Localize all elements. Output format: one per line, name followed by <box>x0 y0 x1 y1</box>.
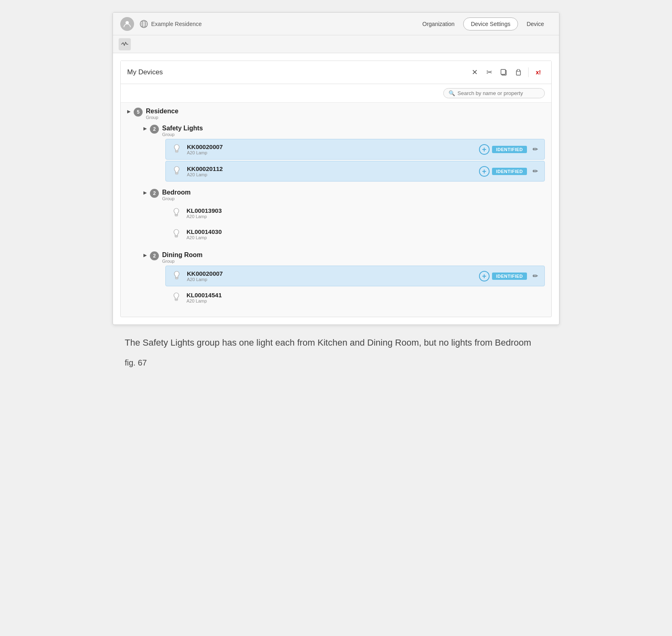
paste-button[interactable] <box>512 66 525 79</box>
device-kk00020007-dining[interactable]: KK00020007 A20 Lamp IDENTIFIED ✏ <box>165 266 545 286</box>
svg-rect-11 <box>176 151 178 152</box>
subgroup-bedroom-arrow[interactable]: ▶ <box>143 190 147 195</box>
device-type-5: A20 Lamp <box>187 277 473 282</box>
main-panel: My Devices ✕ ✂ x! <box>120 61 552 317</box>
device-id-5: KK00020007 <box>187 270 473 277</box>
subgroup-safety-lights-count: 2 <box>150 125 159 134</box>
search-bar-row: 🔍 <box>121 84 551 103</box>
device-type-2: A20 Lamp <box>187 172 473 177</box>
device-kk00020112[interactable]: KK00020112 A20 Lamp IDENTIFIED ✏ <box>165 161 545 182</box>
delete-button[interactable]: ✕ <box>468 66 481 79</box>
device-id-4: KL00014030 <box>186 228 538 235</box>
search-input-wrap[interactable]: 🔍 <box>443 88 545 98</box>
tab-organization[interactable]: Organization <box>415 17 462 30</box>
lamp-icon <box>172 144 181 155</box>
subgroup-dining-room-arrow[interactable]: ▶ <box>143 253 147 258</box>
lamp-icon-5 <box>172 270 181 282</box>
svg-rect-21 <box>175 300 178 301</box>
subgroup-dining-room-name: Dining Room <box>162 251 203 259</box>
fig-label: fig. 67 <box>125 358 547 368</box>
device-kk00020007-safety[interactable]: KK00020007 A20 Lamp IDENTIFIED ✏ <box>165 139 545 160</box>
search-icon: 🔍 <box>449 90 455 96</box>
action-divider <box>528 67 529 77</box>
device-list-area: ▶ 5 Residence Group ▶ 2 Safety Lights Gr… <box>121 103 551 317</box>
device-kl00014030-info: KL00014030 A20 Lamp <box>186 228 538 240</box>
device-kl00014030[interactable]: KL00014030 A20 Lamp <box>165 224 545 244</box>
device-type-6: A20 Lamp <box>186 299 538 303</box>
identified-badge-wrap: IDENTIFIED <box>479 144 527 155</box>
device-kl00014541[interactable]: KL00014541 A20 Lamp <box>165 288 545 307</box>
identified-badge-2: IDENTIFIED <box>492 168 527 175</box>
scissors-button[interactable]: ✂ <box>483 66 496 79</box>
subgroup-bedroom-count: 2 <box>150 189 159 198</box>
subgroup-safety-lights-name: Safety Lights <box>162 125 203 132</box>
copy-button[interactable] <box>497 66 510 79</box>
edit-icon[interactable]: ✏ <box>533 145 538 153</box>
group-residence-arrow[interactable]: ▶ <box>127 109 130 114</box>
svg-rect-7 <box>501 69 505 74</box>
subgroup-safety-lights-info: Safety Lights Group <box>162 125 203 137</box>
top-nav-tabs: Organization Device Settings Device <box>415 17 552 30</box>
identified-badge-wrap-3: IDENTIFIED <box>479 271 527 281</box>
user-icon[interactable] <box>120 17 134 31</box>
subgroup-bedroom-type: Group <box>162 196 191 201</box>
svg-rect-17 <box>175 236 178 237</box>
activity-icon[interactable] <box>119 38 131 50</box>
device-kl00014541-info: KL00014541 A20 Lamp <box>186 292 538 303</box>
device-type: A20 Lamp <box>187 150 473 155</box>
panel-actions: ✕ ✂ x! <box>468 66 545 79</box>
target-icon <box>479 144 490 155</box>
subgroup-dining-room-count: 2 <box>150 251 159 260</box>
search-input[interactable] <box>457 90 540 96</box>
force-delete-button[interactable]: x! <box>532 66 545 79</box>
device-id-3: KL00013903 <box>186 207 538 214</box>
svg-rect-19 <box>176 278 178 279</box>
identified-badge-3: IDENTIFIED <box>492 273 527 280</box>
svg-rect-9 <box>517 69 520 71</box>
lamp-icon-4 <box>172 229 181 240</box>
subgroup-safety-lights: ▶ 2 Safety Lights Group <box>121 121 551 138</box>
panel-title: My Devices <box>127 68 163 76</box>
device-kk00020112-info: KK00020112 A20 Lamp <box>187 165 473 177</box>
edit-icon-2[interactable]: ✏ <box>533 167 538 175</box>
subgroup-safety-lights-arrow[interactable]: ▶ <box>143 126 147 131</box>
caption-text: The Safety Lights group has one light ea… <box>125 336 547 349</box>
group-residence-count: 5 <box>134 108 143 117</box>
subgroup-dining-room: ▶ 2 Dining Room Group <box>121 247 551 264</box>
identified-badge-wrap-2: IDENTIFIED <box>479 166 527 177</box>
lamp-icon-2 <box>172 166 181 177</box>
group-residence-type: Group <box>146 115 178 120</box>
subgroup-bedroom: ▶ 2 Bedroom Group <box>121 185 551 202</box>
caption-area: The Safety Lights group has one light ea… <box>113 325 559 372</box>
group-residence-name: Residence <box>146 108 178 115</box>
subgroup-bedroom-name: Bedroom <box>162 189 191 196</box>
svg-rect-13 <box>176 173 178 174</box>
subgroup-safety-lights-type: Group <box>162 132 203 137</box>
sub-nav <box>113 35 559 53</box>
target-icon-3 <box>479 271 490 281</box>
target-icon-2 <box>479 166 490 177</box>
edit-icon-3[interactable]: ✏ <box>533 272 538 280</box>
device-id-6: KL00014541 <box>186 292 538 299</box>
device-type-4: A20 Lamp <box>186 235 538 240</box>
subgroup-dining-room-type: Group <box>162 259 203 264</box>
app-window: Example Residence Organization Device Se… <box>113 12 559 325</box>
device-type-3: A20 Lamp <box>186 214 538 219</box>
residence-selector[interactable]: Example Residence <box>139 19 202 29</box>
tab-device-settings[interactable]: Device Settings <box>463 17 518 30</box>
device-kk00020007-dining-info: KK00020007 A20 Lamp <box>187 270 473 282</box>
group-residence: ▶ 5 Residence Group <box>121 103 551 121</box>
tab-device[interactable]: Device <box>519 17 552 30</box>
device-id-2: KK00020112 <box>187 165 473 172</box>
lamp-icon-3 <box>172 208 181 219</box>
group-residence-info: Residence Group <box>146 108 178 120</box>
subgroup-dining-room-info: Dining Room Group <box>162 251 203 264</box>
top-nav: Example Residence Organization Device Se… <box>113 13 559 35</box>
lamp-icon-6 <box>172 292 181 303</box>
svg-rect-15 <box>175 215 178 216</box>
residence-name: Example Residence <box>151 21 202 27</box>
device-kl00013903-info: KL00013903 A20 Lamp <box>186 207 538 219</box>
device-kl00013903[interactable]: KL00013903 A20 Lamp <box>165 203 545 223</box>
panel-header: My Devices ✕ ✂ x! <box>121 61 551 84</box>
device-id: KK00020007 <box>187 143 473 150</box>
